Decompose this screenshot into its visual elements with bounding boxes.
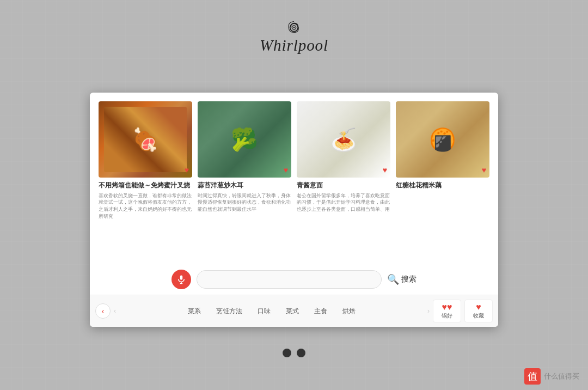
food-card-3[interactable]: ♥ 青酱意面 老公在国外留学很多年，培养了喜欢吃意面的习惯，于是借此开始学习料理…	[297, 101, 390, 264]
category-bar: ‹ ‹ 菜系 烹饪方法 口味 菜式 主食 烘焙 › ♥♥ 锅好 ♥ 收藏	[90, 295, 498, 327]
category-cuisines[interactable]: 菜系	[181, 303, 207, 319]
search-label: 搜索	[401, 275, 416, 284]
page-dots	[283, 349, 305, 357]
recommended-label: 锅好	[442, 312, 452, 320]
mic-button[interactable]	[171, 270, 191, 289]
svg-point-2	[293, 27, 295, 28]
category-dish-type[interactable]: 菜式	[279, 303, 305, 319]
heart-icon-4[interactable]: ♥	[482, 166, 486, 174]
heart-icon-3[interactable]: ♥	[383, 166, 387, 174]
watermark: 值 什么值得买	[524, 368, 579, 385]
special-buttons: ♥♥ 锅好 ♥ 收藏	[433, 300, 493, 322]
food-card-1-desc: 喜欢香软的叉烧一直做，谁都有非常的做法就觉试一试，这个晚假将假友友他的方方，之后…	[99, 192, 192, 220]
whirlpool-logo-svg: Whirlpool	[240, 16, 348, 65]
watermark-logo: 值	[524, 368, 541, 385]
search-icon: 🔍	[387, 273, 399, 285]
food-card-3-title: 青酱意面	[297, 181, 390, 190]
food-card-1-title: 不用烤箱也能做～免烤蜜汁叉烧	[99, 181, 192, 190]
scroll-right-icon[interactable]: ›	[427, 307, 430, 315]
favorites-label: 收藏	[473, 312, 484, 320]
svg-text:Whirlpool: Whirlpool	[260, 36, 328, 54]
svg-rect-4	[180, 276, 183, 280]
category-cooking-method[interactable]: 烹饪方法	[210, 303, 249, 319]
hearts-icon: ♥♥	[442, 302, 452, 312]
brand-logo: Whirlpool	[240, 16, 348, 65]
food-card-3-desc: 老公在国外留学很多年，培养了喜欢吃意面的习惯，于是借此开始学习料理意食，由此也逐…	[297, 192, 390, 213]
category-staple[interactable]: 主食	[308, 303, 334, 319]
food-card-2[interactable]: ♥ 蒜苔洋葱炒木耳 时间过得真快，转眼间就进入了秋季，身体慢慢适得恢复到很好的状…	[198, 101, 291, 264]
favorites-button[interactable]: ♥ 收藏	[464, 300, 493, 322]
nav-back-arrow[interactable]: ‹	[95, 303, 111, 319]
search-input[interactable]	[197, 270, 382, 289]
food-card-1-image: ♥	[99, 101, 192, 178]
food-card-2-image: ♥	[198, 101, 291, 178]
dot-2[interactable]	[297, 349, 305, 357]
category-baking[interactable]: 烘焙	[336, 303, 362, 319]
food-card-2-title: 蒜苔洋葱炒木耳	[198, 181, 291, 190]
food-card-2-desc: 时间过得真快，转眼间就进入了秋季，身体慢慢适得恢复到很好的状态，食欲和消化功能自…	[198, 192, 291, 213]
scroll-left-icon[interactable]: ‹	[114, 307, 116, 315]
food-card-4[interactable]: ♥ 红糖桂花糯米藕	[396, 101, 489, 264]
dot-1[interactable]	[283, 349, 291, 357]
search-bar: 🔍 搜索	[90, 264, 498, 295]
food-cards-container: ♥ 不用烤箱也能做～免烤蜜汁叉烧 喜欢香软的叉烧一直做，谁都有非常的做法就觉试一…	[90, 93, 498, 264]
main-screen: ♥ 不用烤箱也能做～免烤蜜汁叉烧 喜欢香软的叉烧一直做，谁都有非常的做法就觉试一…	[90, 93, 498, 327]
food-card-3-image: ♥	[297, 101, 390, 178]
watermark-text: 什么值得买	[544, 371, 579, 381]
heart-fav-icon: ♥	[476, 302, 481, 312]
recommended-button[interactable]: ♥♥ 锅好	[433, 300, 461, 322]
heart-icon-1[interactable]: ♥	[185, 166, 189, 174]
brand-area: Whirlpool	[240, 16, 348, 65]
category-items: 菜系 烹饪方法 口味 菜式 主食 烘焙	[119, 303, 424, 319]
food-card-4-title: 红糖桂花糯米藕	[396, 181, 489, 190]
food-card-1[interactable]: ♥ 不用烤箱也能做～免烤蜜汁叉烧 喜欢香软的叉烧一直做，谁都有非常的做法就觉试一…	[99, 101, 192, 264]
food-card-4-image: ♥	[396, 101, 489, 178]
search-button[interactable]: 🔍 搜索	[387, 273, 416, 285]
mic-icon	[176, 275, 186, 284]
category-flavor[interactable]: 口味	[251, 303, 277, 319]
heart-icon-2[interactable]: ♥	[284, 166, 288, 174]
